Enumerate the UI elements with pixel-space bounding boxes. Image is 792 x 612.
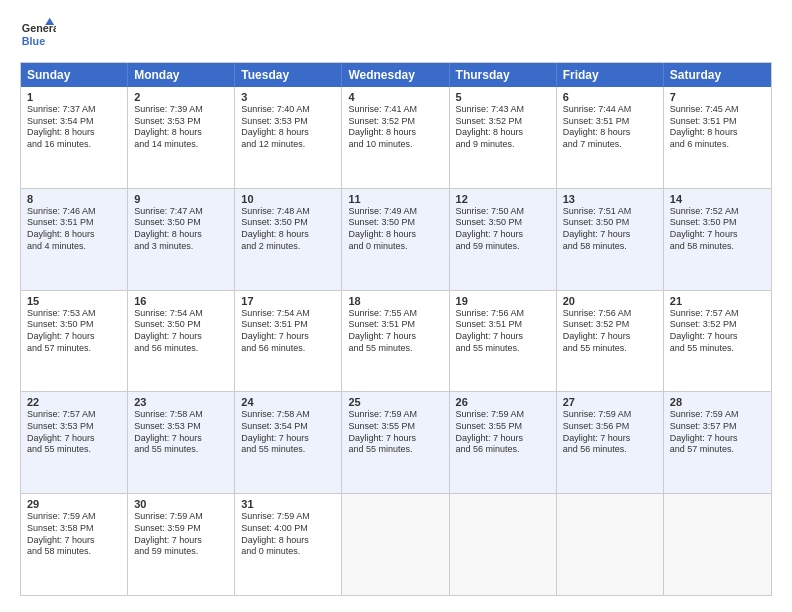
- day-number: 8: [27, 193, 121, 205]
- day-number: 17: [241, 295, 335, 307]
- cell-line: and 55 minutes.: [563, 343, 657, 355]
- cell-line: and 56 minutes.: [563, 444, 657, 456]
- calendar-cell: 21Sunrise: 7:57 AMSunset: 3:52 PMDayligh…: [664, 291, 771, 392]
- header-day-wednesday: Wednesday: [342, 63, 449, 87]
- day-number: 22: [27, 396, 121, 408]
- calendar-cell: [557, 494, 664, 595]
- cell-line: Sunrise: 7:48 AM: [241, 206, 335, 218]
- header-day-saturday: Saturday: [664, 63, 771, 87]
- cell-line: Daylight: 7 hours: [670, 433, 765, 445]
- cell-line: Daylight: 7 hours: [27, 535, 121, 547]
- cell-line: Sunrise: 7:52 AM: [670, 206, 765, 218]
- cell-line: Sunrise: 7:49 AM: [348, 206, 442, 218]
- cell-line: and 55 minutes.: [134, 444, 228, 456]
- header-day-thursday: Thursday: [450, 63, 557, 87]
- cell-line: Sunset: 3:50 PM: [241, 217, 335, 229]
- cell-line: Sunset: 3:57 PM: [670, 421, 765, 433]
- cell-line: and 16 minutes.: [27, 139, 121, 151]
- cell-line: and 56 minutes.: [134, 343, 228, 355]
- cell-line: Sunset: 3:53 PM: [134, 116, 228, 128]
- cell-line: Sunrise: 7:39 AM: [134, 104, 228, 116]
- calendar-body: 1Sunrise: 7:37 AMSunset: 3:54 PMDaylight…: [21, 87, 771, 595]
- cell-line: Sunset: 3:53 PM: [27, 421, 121, 433]
- calendar-cell: 15Sunrise: 7:53 AMSunset: 3:50 PMDayligh…: [21, 291, 128, 392]
- cell-line: Daylight: 7 hours: [456, 433, 550, 445]
- header-day-friday: Friday: [557, 63, 664, 87]
- calendar-cell: 3Sunrise: 7:40 AMSunset: 3:53 PMDaylight…: [235, 87, 342, 188]
- cell-line: Sunset: 3:51 PM: [670, 116, 765, 128]
- cell-line: Sunset: 3:54 PM: [27, 116, 121, 128]
- day-number: 4: [348, 91, 442, 103]
- cell-line: Sunrise: 7:46 AM: [27, 206, 121, 218]
- cell-line: Daylight: 7 hours: [670, 229, 765, 241]
- calendar-cell: 20Sunrise: 7:56 AMSunset: 3:52 PMDayligh…: [557, 291, 664, 392]
- cell-line: Sunrise: 7:41 AM: [348, 104, 442, 116]
- cell-line: Daylight: 8 hours: [241, 535, 335, 547]
- cell-line: Sunrise: 7:59 AM: [563, 409, 657, 421]
- calendar-cell: 29Sunrise: 7:59 AMSunset: 3:58 PMDayligh…: [21, 494, 128, 595]
- cell-line: and 57 minutes.: [27, 343, 121, 355]
- cell-line: Sunset: 3:51 PM: [456, 319, 550, 331]
- calendar-cell: 23Sunrise: 7:58 AMSunset: 3:53 PMDayligh…: [128, 392, 235, 493]
- calendar-cell: 14Sunrise: 7:52 AMSunset: 3:50 PMDayligh…: [664, 189, 771, 290]
- cell-line: Sunrise: 7:43 AM: [456, 104, 550, 116]
- cell-line: and 55 minutes.: [241, 444, 335, 456]
- cell-line: and 55 minutes.: [348, 444, 442, 456]
- calendar-cell: [664, 494, 771, 595]
- calendar-cell: 4Sunrise: 7:41 AMSunset: 3:52 PMDaylight…: [342, 87, 449, 188]
- calendar-row: 8Sunrise: 7:46 AMSunset: 3:51 PMDaylight…: [21, 188, 771, 290]
- cell-line: Daylight: 7 hours: [348, 433, 442, 445]
- cell-line: Daylight: 8 hours: [27, 229, 121, 241]
- cell-line: and 59 minutes.: [456, 241, 550, 253]
- cell-line: Sunset: 3:51 PM: [348, 319, 442, 331]
- cell-line: Sunset: 3:51 PM: [241, 319, 335, 331]
- cell-line: Sunset: 3:50 PM: [134, 319, 228, 331]
- day-number: 1: [27, 91, 121, 103]
- day-number: 10: [241, 193, 335, 205]
- logo: General Blue: [20, 16, 56, 52]
- cell-line: Sunrise: 7:50 AM: [456, 206, 550, 218]
- logo-icon: General Blue: [20, 16, 56, 52]
- cell-line: Daylight: 8 hours: [348, 229, 442, 241]
- cell-line: Sunrise: 7:58 AM: [241, 409, 335, 421]
- cell-line: Sunrise: 7:45 AM: [670, 104, 765, 116]
- cell-line: Sunset: 3:59 PM: [134, 523, 228, 535]
- cell-line: Daylight: 8 hours: [670, 127, 765, 139]
- cell-line: and 55 minutes.: [670, 343, 765, 355]
- cell-line: Daylight: 8 hours: [134, 127, 228, 139]
- day-number: 25: [348, 396, 442, 408]
- cell-line: Sunset: 3:53 PM: [134, 421, 228, 433]
- calendar-cell: 26Sunrise: 7:59 AMSunset: 3:55 PMDayligh…: [450, 392, 557, 493]
- day-number: 24: [241, 396, 335, 408]
- cell-line: and 3 minutes.: [134, 241, 228, 253]
- cell-line: Sunrise: 7:55 AM: [348, 308, 442, 320]
- svg-text:Blue: Blue: [22, 35, 45, 47]
- cell-line: Daylight: 7 hours: [456, 331, 550, 343]
- cell-line: Daylight: 7 hours: [563, 229, 657, 241]
- cell-line: Sunrise: 7:37 AM: [27, 104, 121, 116]
- day-number: 16: [134, 295, 228, 307]
- calendar-cell: 22Sunrise: 7:57 AMSunset: 3:53 PMDayligh…: [21, 392, 128, 493]
- calendar-row: 15Sunrise: 7:53 AMSunset: 3:50 PMDayligh…: [21, 290, 771, 392]
- calendar-row: 1Sunrise: 7:37 AMSunset: 3:54 PMDaylight…: [21, 87, 771, 188]
- calendar: SundayMondayTuesdayWednesdayThursdayFrid…: [20, 62, 772, 596]
- cell-line: Sunrise: 7:47 AM: [134, 206, 228, 218]
- day-number: 7: [670, 91, 765, 103]
- day-number: 23: [134, 396, 228, 408]
- day-number: 18: [348, 295, 442, 307]
- calendar-row: 29Sunrise: 7:59 AMSunset: 3:58 PMDayligh…: [21, 493, 771, 595]
- calendar-cell: 13Sunrise: 7:51 AMSunset: 3:50 PMDayligh…: [557, 189, 664, 290]
- day-number: 30: [134, 498, 228, 510]
- calendar-cell: 2Sunrise: 7:39 AMSunset: 3:53 PMDaylight…: [128, 87, 235, 188]
- calendar-cell: 7Sunrise: 7:45 AMSunset: 3:51 PMDaylight…: [664, 87, 771, 188]
- cell-line: Daylight: 7 hours: [27, 433, 121, 445]
- cell-line: Sunset: 3:52 PM: [670, 319, 765, 331]
- cell-line: Sunset: 3:50 PM: [563, 217, 657, 229]
- cell-line: Sunset: 3:52 PM: [563, 319, 657, 331]
- day-number: 28: [670, 396, 765, 408]
- cell-line: and 2 minutes.: [241, 241, 335, 253]
- cell-line: and 0 minutes.: [241, 546, 335, 558]
- cell-line: Sunrise: 7:59 AM: [670, 409, 765, 421]
- cell-line: and 56 minutes.: [241, 343, 335, 355]
- cell-line: and 12 minutes.: [241, 139, 335, 151]
